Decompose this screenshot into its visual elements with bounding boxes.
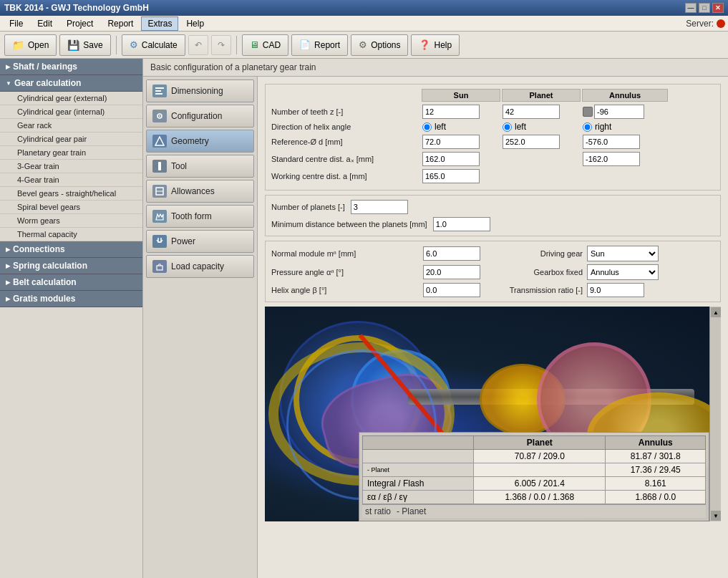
menu-btn-geometry[interactable]: Geometry: [146, 130, 254, 153]
teeth-annulus-input[interactable]: [594, 105, 644, 119]
server-status-dot: [717, 19, 725, 28]
sidebar: ▶ Shaft / bearings ▼ Gear calculation Cy…: [0, 59, 143, 578]
module-input[interactable]: [423, 246, 480, 261]
scroll-down-btn[interactable]: ▼: [711, 511, 721, 521]
ref-sun-input[interactable]: [422, 135, 480, 149]
table-row-2: - Planet 17.36 / 29.45: [363, 463, 706, 477]
label-ref-diam: Reference-Ø d [mm]: [270, 137, 420, 147]
row2-planet: [474, 463, 606, 477]
scroll-up-btn[interactable]: ▲: [711, 307, 721, 317]
sidebar-item-worm[interactable]: Worm gears: [0, 214, 142, 228]
row3-annulus: 8.161: [606, 477, 706, 491]
sidebar-group-shaft[interactable]: ▶ Shaft / bearings: [0, 59, 142, 75]
helix-input[interactable]: [423, 283, 480, 297]
menu-btn-tooth-form[interactable]: Tooth form: [146, 205, 254, 228]
menu-btn-power[interactable]: Power: [146, 230, 254, 253]
save-icon: 💾: [67, 39, 79, 51]
helix-planet-label: left: [515, 122, 526, 132]
minimize-button[interactable]: —: [685, 3, 697, 13]
sidebar-item-planetary[interactable]: Planetary gear train: [0, 146, 142, 160]
cad-button[interactable]: 🖥 CAD: [242, 34, 288, 56]
help-button[interactable]: ❓ Help: [411, 34, 460, 56]
teeth-annulus-cell: [582, 104, 668, 120]
teeth-sun-cell: [422, 104, 500, 120]
allowances-icon: [152, 185, 167, 198]
calculate-icon: ⚙: [130, 39, 138, 50]
options-icon: ⚙: [359, 39, 367, 50]
label-gearbox-fixed: Gearbox fixed: [505, 267, 584, 277]
menu-btn-allowances[interactable]: Allowances: [146, 180, 254, 203]
table-row-3: Integral / Flash 6.005 / 201.4 8.161: [363, 477, 706, 491]
min-dist-input[interactable]: [433, 217, 490, 231]
row3-planet: 6.005 / 201.4: [474, 477, 606, 491]
report-button[interactable]: 📄 Report: [291, 34, 348, 56]
sidebar-group-gratis[interactable]: ▶ Gratis modules: [0, 291, 142, 307]
sidebar-item-3gear[interactable]: 3-Gear train: [0, 160, 142, 173]
pressure-input[interactable]: [423, 265, 480, 279]
sidebar-group-connections[interactable]: ▶ Connections: [0, 241, 142, 258]
sidebar-item-bevel[interactable]: Bevel gears - straight/helical: [0, 187, 142, 201]
menu-report[interactable]: Report: [101, 16, 140, 31]
std-sun-input[interactable]: [422, 152, 480, 166]
gearbox-fixed-select[interactable]: Annulus Sun Planet: [587, 264, 659, 280]
sidebar-item-4gear[interactable]: 4-Gear train: [0, 173, 142, 187]
calculate-button[interactable]: ⚙ Calculate: [122, 34, 185, 56]
sidebar-group-spring[interactable]: ▶ Spring calculation: [0, 258, 142, 274]
menu-btn-configuration[interactable]: Configuration: [146, 105, 254, 127]
sidebar-item-cyl-ext[interactable]: Cylindrical gear (external): [0, 92, 142, 105]
save-button[interactable]: 💾 Save: [59, 34, 110, 56]
row2-label: - Planet: [363, 463, 474, 477]
sidebar-group-gear[interactable]: ▼ Gear calculation: [0, 75, 142, 92]
svg-marker-5: [155, 137, 164, 145]
row3-label: Integral / Flash: [363, 477, 474, 491]
teeth-sun-input[interactable]: [422, 105, 480, 119]
expand-icon: ▼: [6, 80, 11, 87]
sidebar-item-cyl-pair[interactable]: Cylindrical gear pair: [0, 133, 142, 146]
footer-ratio: st ratio: [365, 506, 391, 516]
helix-sun-label: left: [435, 122, 446, 132]
svg-rect-9: [157, 266, 162, 270]
footer-planet-label: - Planet: [397, 506, 426, 516]
module-section: Normal module mⁿ [mm] Driving gear Sun P…: [265, 241, 721, 302]
col-header-empty: [363, 436, 474, 450]
num-planets-input[interactable]: [351, 200, 408, 214]
expand-icon: ▶: [6, 246, 10, 253]
std-annulus-input[interactable]: [583, 152, 640, 166]
helix-planet-left-radio[interactable]: [503, 122, 512, 132]
sidebar-item-cyl-int[interactable]: Cylindrical gear (internal): [0, 105, 142, 119]
configuration-icon: [152, 110, 167, 122]
menu-extras[interactable]: Extras: [141, 16, 178, 31]
sidebar-item-thermal[interactable]: Thermal capacity: [0, 228, 142, 241]
app-title: TBK 2014 - GWJ Technology GmbH: [4, 3, 149, 13]
sidebar-group-belt[interactable]: ▶ Belt calculation: [0, 274, 142, 291]
menu-edit[interactable]: Edit: [31, 16, 59, 31]
menu-btn-dimensioning[interactable]: Dimensioning: [146, 80, 254, 102]
titlebar: TBK 2014 - GWJ Technology GmbH — □ ✕: [0, 0, 728, 16]
ref-planet-input[interactable]: [503, 135, 560, 149]
helix-annulus-right-radio[interactable]: [583, 122, 592, 132]
menu-project[interactable]: Project: [60, 16, 100, 31]
menu-file[interactable]: File: [3, 16, 29, 31]
transmission-input[interactable]: [587, 283, 644, 297]
menu-btn-tool[interactable]: Tool: [146, 155, 254, 178]
menu-help[interactable]: Help: [180, 16, 210, 31]
table-row-1: 70.87 / 209.0 81.87 / 301.8: [363, 450, 706, 463]
sidebar-item-gear-rack[interactable]: Gear rack: [0, 119, 142, 133]
menu-btn-load-capacity[interactable]: Load capacity: [146, 255, 254, 278]
helix-sun-left-radio[interactable]: [422, 122, 432, 132]
nav-back-button[interactable]: ↶: [188, 35, 208, 55]
geometry-section: Sun Planet Annulus Number of teeth z [-]: [265, 84, 721, 191]
open-button[interactable]: 📁 Open: [4, 34, 57, 56]
nav-forward-button[interactable]: ↷: [211, 35, 231, 55]
work-centre-input[interactable]: [422, 169, 480, 183]
sidebar-item-spiral[interactable]: Spiral bevel gears: [0, 201, 142, 214]
ref-annulus-input[interactable]: [583, 135, 640, 149]
options-button[interactable]: ⚙ Options: [351, 34, 408, 56]
maximize-button[interactable]: □: [699, 3, 710, 13]
close-button[interactable]: ✕: [712, 3, 724, 13]
main-area: ▶ Shaft / bearings ▼ Gear calculation Cy…: [0, 59, 728, 578]
label-module: Normal module mⁿ [mm]: [270, 249, 420, 259]
scrollbar-right[interactable]: ▲ ▼: [709, 307, 721, 521]
driving-gear-select[interactable]: Sun Planet Annulus: [587, 246, 659, 261]
teeth-planet-input[interactable]: [503, 105, 560, 119]
